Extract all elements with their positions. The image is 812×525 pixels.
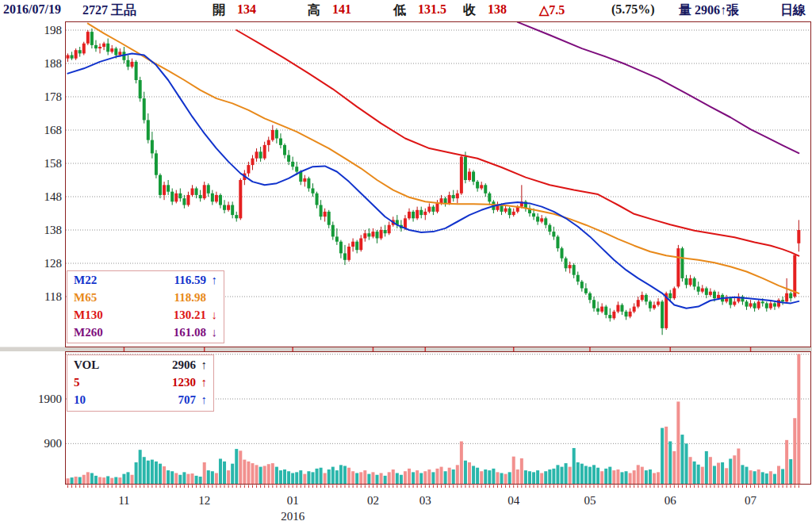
price-tick-label: 168 — [44, 124, 63, 136]
price-tick-label: 188 — [44, 57, 63, 70]
month-label: 04 — [508, 494, 520, 507]
month-label: 02 — [367, 494, 379, 507]
month-label: 07 — [745, 494, 757, 507]
up-arrow-icon: ↑ — [196, 376, 207, 389]
month-label: 11 — [118, 494, 129, 507]
stock-chart-canvas[interactable]: 1981881781681581481381281181900900111201… — [0, 0, 812, 525]
price-tick-label: 118 — [44, 290, 62, 303]
ma-legend-label: M22 — [74, 274, 97, 287]
ma-legend-box: M22 116.59 ↑ M65 118.98 M130 130.21 ↓ M2… — [67, 270, 224, 343]
price-tick-label: 128 — [44, 257, 63, 270]
ma-line-m65 — [88, 24, 799, 293]
vol-legend-row-vol: VOL 2906 ↑ — [67, 356, 213, 374]
price-tick-label: 138 — [44, 224, 63, 236]
vol-legend-value: 707 — [178, 393, 197, 407]
ma-legend-value: 118.98 — [174, 291, 206, 305]
down-arrow-icon: ↓ — [206, 308, 217, 322]
ma-legend-row-m260: M260 161.08 ↓ — [67, 324, 224, 341]
vol-legend-value: 1230 — [172, 376, 196, 389]
month-label: 06 — [665, 494, 677, 507]
ma-legend-label: M260 — [74, 326, 103, 339]
up-arrow-icon: ↑ — [196, 358, 207, 372]
ma-legend-row-m65: M65 118.98 — [67, 289, 224, 306]
up-arrow-icon: ↑ — [196, 393, 207, 407]
ma-legend-value: 130.21 — [174, 308, 206, 322]
month-label: 03 — [419, 494, 431, 507]
year-label: 2016 — [281, 510, 305, 523]
up-arrow-icon: ↑ — [206, 274, 217, 287]
price-tick-label: 178 — [44, 90, 63, 103]
down-arrow-icon: ↓ — [206, 326, 217, 339]
vol-legend-label: 5 — [74, 376, 80, 389]
daily-tick-marks — [68, 485, 799, 489]
ma-line-m130 — [236, 30, 799, 256]
price-tick-label: 148 — [44, 190, 63, 203]
price-tick-label: 198 — [44, 24, 63, 36]
ma-legend-value: 116.59 — [174, 274, 206, 287]
month-label: 12 — [198, 494, 210, 507]
volume-legend-box: VOL 2906 ↑ 5 1230 ↑ 10 707 ↑ — [67, 354, 214, 412]
ma-legend-row-m22: M22 116.59 ↑ — [67, 271, 224, 289]
price-tick-label: 158 — [44, 157, 63, 170]
vol-legend-value: 2906 — [172, 358, 196, 372]
panel-separator — [0, 347, 812, 352]
ma-line-m260 — [518, 22, 799, 153]
month-label: 01 — [287, 494, 299, 507]
vol-legend-row-ma10: 10 707 ↑ — [67, 391, 213, 408]
axis-labels: 1981881781681581481381281181900900 — [38, 24, 62, 450]
volume-tick-label: 900 — [44, 437, 63, 450]
ma-legend-label: M130 — [74, 308, 103, 322]
ma-legend-label: M65 — [74, 291, 97, 305]
volume-tick-label: 1900 — [38, 393, 62, 405]
month-label: 05 — [584, 494, 596, 507]
ma-legend-value: 161.08 — [174, 326, 206, 339]
ma-legend-row-m130: M130 130.21 ↓ — [67, 306, 224, 324]
vol-legend-label: VOL — [74, 358, 99, 372]
vol-legend-row-ma5: 5 1230 ↑ — [67, 374, 213, 391]
vol-legend-label: 10 — [74, 393, 86, 407]
